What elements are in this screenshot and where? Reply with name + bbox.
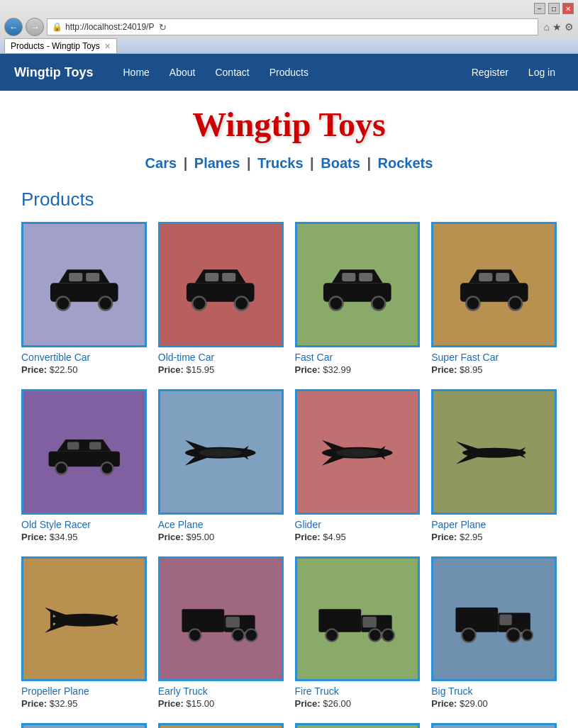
close-button[interactable]: ✕	[562, 3, 574, 14]
nav-register[interactable]: Register	[463, 57, 517, 88]
nav-products[interactable]: Products	[261, 57, 317, 88]
product-name[interactable]: Fire Truck	[295, 685, 339, 697]
browser-chrome: − □ ✕ ← → 🔒 http://localhost:24019/P ↻ ⌂…	[0, 0, 578, 54]
product-name[interactable]: Paper Plane	[431, 519, 486, 530]
site-title: Wingtip Toys	[21, 105, 557, 144]
products-heading: Products	[21, 189, 557, 211]
product-item: Glider Price: $4.95	[295, 389, 421, 542]
product-image[interactable]	[21, 222, 147, 347]
nav-about[interactable]: About	[161, 57, 204, 88]
svg-point-17	[508, 296, 522, 310]
product-name[interactable]: Convertible Car	[21, 352, 90, 363]
sep2: |	[247, 155, 251, 171]
product-image[interactable]	[431, 222, 557, 347]
product-name[interactable]: Super Fast Car	[431, 352, 499, 363]
product-image[interactable]	[295, 222, 421, 347]
address-icon: 🔒	[52, 22, 62, 32]
svg-rect-40	[362, 617, 377, 627]
products-grid: Convertible Car Price: $22.50 Old-time C…	[21, 222, 557, 728]
forward-button[interactable]: →	[26, 18, 44, 36]
product-price: Price: $15.00	[158, 698, 215, 709]
product-name[interactable]: Old-time Car	[158, 352, 214, 363]
product-price: Price: $4.95	[295, 532, 346, 542]
svg-point-26	[199, 449, 242, 457]
product-item: Fast Car Price: $32.99	[295, 222, 421, 375]
svg-point-42	[369, 629, 381, 642]
site-brand[interactable]: Wingtip Toys	[14, 65, 94, 80]
product-item: Big Ship Price: $95.00	[21, 723, 147, 728]
svg-point-22	[101, 463, 113, 475]
product-image[interactable]	[431, 389, 557, 515]
svg-point-43	[382, 629, 394, 642]
product-name[interactable]: Glider	[295, 519, 321, 530]
browser-tab[interactable]: Products - Wingtip Toys ✕	[4, 38, 117, 53]
product-image[interactable]	[158, 389, 284, 515]
product-image[interactable]	[158, 556, 284, 682]
product-image[interactable]	[295, 389, 421, 515]
product-image[interactable]	[158, 222, 284, 347]
nav-login[interactable]: Log in	[520, 57, 564, 88]
product-item: Fire Truck Price: $26.00	[295, 556, 421, 710]
tab-close-icon[interactable]: ✕	[104, 42, 111, 51]
address-bar[interactable]: 🔒 http://localhost:24019/P ↻	[47, 18, 538, 35]
home-icon[interactable]: ⌂	[544, 21, 550, 33]
nav-home[interactable]: Home	[115, 57, 158, 88]
site-navigation: Wingtip Toys Home About Contact Products…	[0, 54, 578, 91]
product-image[interactable]	[295, 556, 421, 682]
svg-rect-3	[69, 273, 82, 281]
svg-rect-18	[479, 273, 492, 281]
product-image[interactable]	[295, 723, 421, 728]
product-image[interactable]	[21, 389, 147, 515]
svg-point-11	[329, 296, 343, 310]
product-name[interactable]: Fast Car	[295, 352, 333, 363]
product-name[interactable]: Old Style Racer	[21, 519, 91, 530]
product-image[interactable]	[431, 723, 557, 728]
product-name[interactable]: Big Truck	[431, 685, 472, 697]
refresh-button[interactable]: ↻	[157, 22, 169, 33]
svg-rect-19	[496, 273, 509, 281]
svg-point-48	[506, 628, 521, 642]
product-item: Early Truck Price: $15.00	[158, 556, 284, 710]
category-cars[interactable]: Cars	[145, 155, 177, 171]
main-content: Wingtip Toys Cars | Planes | Trucks | Bo…	[0, 91, 578, 728]
category-rockets[interactable]: Rockets	[378, 155, 433, 171]
product-name[interactable]: Ace Plane	[158, 519, 204, 530]
product-image[interactable]	[431, 556, 557, 682]
svg-point-41	[326, 629, 338, 642]
svg-point-37	[245, 629, 257, 642]
product-image[interactable]	[158, 723, 284, 728]
favorites-icon[interactable]: ★	[552, 21, 562, 33]
svg-point-12	[372, 296, 385, 310]
svg-point-47	[462, 628, 476, 642]
svg-rect-13	[342, 273, 355, 281]
product-item: Sail Boat Price: $42.95	[295, 723, 421, 728]
svg-rect-9	[223, 273, 236, 281]
back-button[interactable]: ←	[4, 18, 23, 36]
minimize-button[interactable]: −	[534, 3, 545, 14]
svg-point-36	[232, 629, 244, 642]
product-price: Price: $15.95	[158, 364, 215, 375]
address-text: http://localhost:24019/P	[65, 22, 154, 32]
nav-right: Register Log in	[463, 57, 564, 88]
category-boats[interactable]: Boats	[321, 155, 360, 171]
category-nav: Cars | Planes | Trucks | Boats | Rockets	[21, 155, 557, 172]
product-price: Price: $34.95	[21, 532, 78, 542]
product-name[interactable]: Propeller Plane	[21, 685, 89, 697]
svg-point-1	[56, 296, 70, 310]
product-image[interactable]	[21, 723, 147, 728]
settings-icon[interactable]: ⚙	[565, 21, 574, 33]
sep4: |	[367, 155, 371, 171]
sep3: |	[310, 155, 314, 171]
restore-button[interactable]: □	[548, 3, 560, 14]
category-trucks[interactable]: Trucks	[257, 155, 303, 171]
category-planes[interactable]: Planes	[194, 155, 240, 171]
product-name[interactable]: Early Truck	[158, 685, 208, 697]
product-item: Ace Plane Price: $95.00	[158, 389, 284, 542]
product-item: Paper Plane Price: $2.95	[431, 389, 557, 542]
nav-contact[interactable]: Contact	[206, 57, 257, 88]
product-price: Price: $95.00	[158, 532, 215, 542]
svg-rect-32	[182, 609, 225, 632]
svg-rect-4	[86, 273, 99, 281]
product-image[interactable]	[21, 556, 147, 682]
product-item: Old Style Racer Price: $34.95	[21, 389, 147, 542]
